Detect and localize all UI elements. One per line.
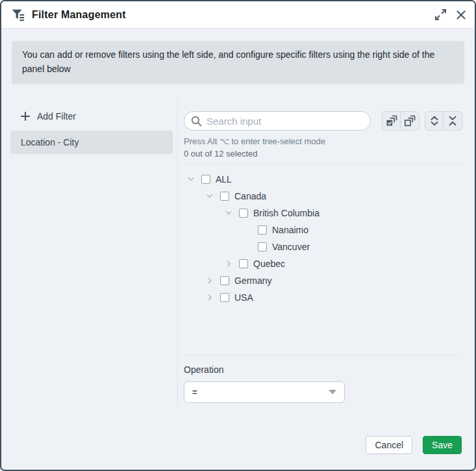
- checkbox[interactable]: [220, 192, 229, 201]
- expand-all-icon: [429, 115, 440, 127]
- operation-section: Operation =: [184, 355, 462, 403]
- search-box: [184, 111, 371, 131]
- tree-row[interactable]: Vancuver: [184, 238, 462, 255]
- tree-node-label: Germany: [234, 275, 272, 286]
- tree-toggle[interactable]: [224, 209, 233, 217]
- close-icon[interactable]: [457, 10, 466, 19]
- search-icon: [191, 116, 202, 127]
- tree-toggle[interactable]: [224, 260, 233, 268]
- operation-value: =: [192, 387, 197, 397]
- checkbox[interactable]: [258, 225, 267, 235]
- tree-row[interactable]: ALL: [184, 171, 462, 188]
- filter-funnel-icon: [11, 8, 25, 22]
- chevron-down-icon[interactable]: [187, 175, 195, 183]
- tree-toggle[interactable]: [205, 277, 214, 285]
- info-banner: You can add or remove filters using the …: [12, 41, 464, 84]
- plus-icon: [21, 112, 30, 121]
- save-button[interactable]: Save: [423, 436, 462, 454]
- add-filter-button[interactable]: Add Filter: [10, 106, 173, 127]
- tree-row[interactable]: Quebec: [184, 255, 462, 272]
- checkbox[interactable]: [239, 259, 248, 268]
- tree-select-hint: Press Alt ⌥ to enter tree-select mode: [184, 136, 462, 146]
- deselect-all-button[interactable]: [401, 111, 420, 131]
- tree-toggle[interactable]: [205, 294, 214, 301]
- tree-node-label: USA: [234, 292, 253, 303]
- tree-node-label: Quebec: [253, 259, 285, 269]
- tree-node-label: ALL: [216, 174, 232, 185]
- tree-toggle[interactable]: [186, 175, 195, 183]
- search-input[interactable]: [184, 112, 370, 130]
- checkbox-tree: ALLCanadaBritish ColumbiaNanaimoVancuver…: [184, 171, 462, 355]
- chevron-right-icon[interactable]: [206, 277, 214, 285]
- cancel-button[interactable]: Cancel: [366, 436, 412, 454]
- chevron-down-icon[interactable]: [225, 209, 232, 217]
- collapse-all-icon: [447, 115, 458, 127]
- filter-item-location-city[interactable]: Location - City: [10, 131, 173, 154]
- dialog-header: Filter Management: [1, 1, 475, 29]
- collapse-all-button[interactable]: [444, 111, 462, 131]
- dialog-footer: Cancel Save: [1, 407, 475, 470]
- checkbox[interactable]: [220, 276, 229, 285]
- tree-node-label: Vancuver: [272, 242, 310, 252]
- tree-row[interactable]: Nanaimo: [184, 222, 462, 238]
- tree-row[interactable]: British Columbia: [184, 205, 462, 222]
- expand-dialog-icon[interactable]: [434, 8, 447, 21]
- select-all-icon: [386, 115, 397, 127]
- filter-management-dialog: Filter Management You can add or remove …: [0, 0, 476, 471]
- checkbox[interactable]: [258, 242, 267, 251]
- expand-all-button[interactable]: [425, 111, 444, 131]
- filter-list-panel: Add Filter Location - City: [1, 98, 178, 407]
- select-all-button[interactable]: [382, 111, 401, 131]
- checkbox[interactable]: [239, 209, 248, 218]
- chevron-right-icon[interactable]: [225, 260, 232, 268]
- chevron-right-icon[interactable]: [206, 294, 214, 301]
- tree-button-group: [425, 111, 462, 131]
- selection-count: 0 out of 12 selected: [184, 149, 462, 159]
- filter-config-panel: Press Alt ⌥ to enter tree-select mode 0 …: [178, 98, 475, 407]
- add-filter-label: Add Filter: [37, 111, 76, 121]
- divider: [184, 164, 462, 165]
- tree-row[interactable]: Canada: [184, 188, 462, 205]
- checkbox[interactable]: [220, 293, 229, 302]
- tree-row[interactable]: Germany: [184, 272, 462, 289]
- operation-label: Operation: [184, 364, 462, 375]
- checkbox[interactable]: [201, 175, 210, 184]
- tree-row[interactable]: USA: [184, 289, 462, 306]
- tree-node-label: Canada: [234, 191, 266, 201]
- dropdown-caret-icon: [329, 390, 336, 394]
- selection-button-group: [382, 111, 420, 131]
- operation-dropdown[interactable]: =: [184, 381, 345, 403]
- chevron-down-icon[interactable]: [206, 192, 214, 200]
- deselect-all-icon: [404, 115, 416, 127]
- tree-toggle[interactable]: [205, 192, 214, 200]
- tree-node-label: Nanaimo: [272, 225, 308, 235]
- tree-node-label: British Columbia: [253, 208, 319, 218]
- dialog-title: Filter Management: [32, 9, 126, 21]
